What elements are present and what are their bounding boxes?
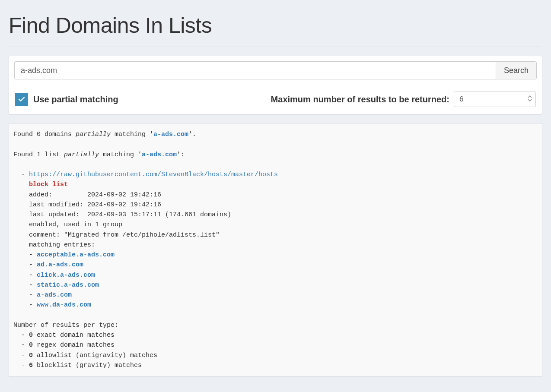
results-token: partially: [64, 151, 99, 158]
divider: [9, 47, 542, 47]
results-token: partially: [76, 131, 111, 138]
results-token[interactable]: a-ads.com: [142, 151, 177, 158]
results-output: Found 0 domains partially matching 'a-ad…: [9, 123, 542, 377]
results-token: 0: [29, 352, 33, 359]
search-row: Search: [14, 61, 537, 79]
results-token: block list: [29, 181, 68, 188]
results-token[interactable]: ad.a-ads.com: [37, 261, 83, 269]
results-token[interactable]: https://raw.githubusercontent.com/Steven…: [29, 171, 278, 178]
max-results-option: Maximum number of results to be returned…: [271, 92, 536, 107]
max-results-input[interactable]: [454, 92, 536, 107]
results-token: 0: [29, 332, 33, 339]
max-results-select[interactable]: [454, 92, 536, 107]
partial-match-option: Use partial matching: [15, 93, 118, 106]
search-card: Search Use partial matching Maximum numb…: [9, 56, 542, 114]
page-title: Find Domains In Lists: [9, 13, 542, 38]
options-row: Use partial matching Maximum number of r…: [14, 92, 537, 109]
search-button[interactable]: Search: [496, 61, 537, 79]
search-input[interactable]: [14, 61, 496, 79]
check-icon: [18, 95, 25, 103]
results-token[interactable]: acceptable.a-ads.com: [37, 251, 115, 259]
results-token[interactable]: www.da-ads.com: [37, 301, 91, 309]
results-token[interactable]: a-ads.com: [153, 131, 188, 138]
partial-match-label: Use partial matching: [33, 95, 118, 104]
results-token: 0: [29, 341, 33, 349]
results-token: 6: [29, 362, 33, 369]
max-results-label: Maximum number of results to be returned…: [271, 95, 449, 104]
results-token[interactable]: static.a-ads.com: [37, 281, 99, 289]
results-token[interactable]: a-ads.com: [37, 291, 72, 299]
partial-match-checkbox[interactable]: [15, 93, 28, 106]
results-token[interactable]: click.a-ads.com: [37, 272, 95, 279]
